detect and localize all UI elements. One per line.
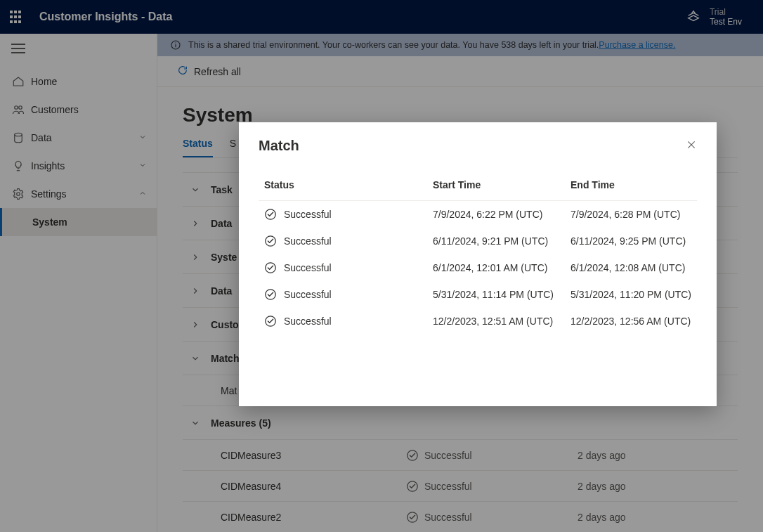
row-status: Successful [284, 262, 332, 273]
row-end: 5/31/2024, 11:20 PM (UTC) [570, 289, 691, 300]
success-icon [264, 235, 277, 247]
row-status: Successful [284, 209, 332, 220]
row-start: 7/9/2024, 6:22 PM (UTC) [433, 209, 570, 220]
match-history-dialog: Match Status Start Time End Time Success… [239, 122, 717, 406]
row-status: Successful [284, 235, 332, 247]
row-end: 6/11/2024, 9:25 PM (UTC) [570, 235, 691, 247]
success-icon [264, 315, 277, 327]
history-row: Successful7/9/2024, 6:22 PM (UTC)7/9/202… [259, 201, 697, 228]
row-start: 6/11/2024, 9:21 PM (UTC) [433, 235, 570, 247]
dialog-title: Match [259, 138, 299, 154]
row-start: 12/2/2023, 12:51 AM (UTC) [433, 316, 570, 327]
row-start: 5/31/2024, 11:14 PM (UTC) [433, 289, 570, 300]
col-end: End Time [570, 179, 691, 190]
success-icon [264, 261, 277, 274]
history-row: Successful5/31/2024, 11:14 PM (UTC)5/31/… [259, 281, 697, 308]
history-row: Successful12/2/2023, 12:51 AM (UTC)12/2/… [259, 308, 697, 335]
row-end: 7/9/2024, 6:28 PM (UTC) [570, 209, 691, 220]
close-button[interactable] [686, 139, 697, 153]
row-end: 12/2/2023, 12:56 AM (UTC) [570, 316, 691, 327]
row-status: Successful [284, 289, 332, 300]
dialog-columns: Status Start Time End Time [259, 175, 697, 201]
history-row: Successful6/1/2024, 12:01 AM (UTC)6/1/20… [259, 254, 697, 281]
close-icon [686, 139, 697, 150]
success-icon [264, 208, 277, 221]
row-status: Successful [284, 316, 332, 327]
history-row: Successful6/11/2024, 9:21 PM (UTC)6/11/2… [259, 228, 697, 254]
success-icon [264, 288, 277, 301]
col-start: Start Time [433, 179, 570, 190]
col-status: Status [264, 179, 433, 190]
row-end: 6/1/2024, 12:08 AM (UTC) [570, 262, 691, 273]
row-start: 6/1/2024, 12:01 AM (UTC) [433, 262, 570, 273]
